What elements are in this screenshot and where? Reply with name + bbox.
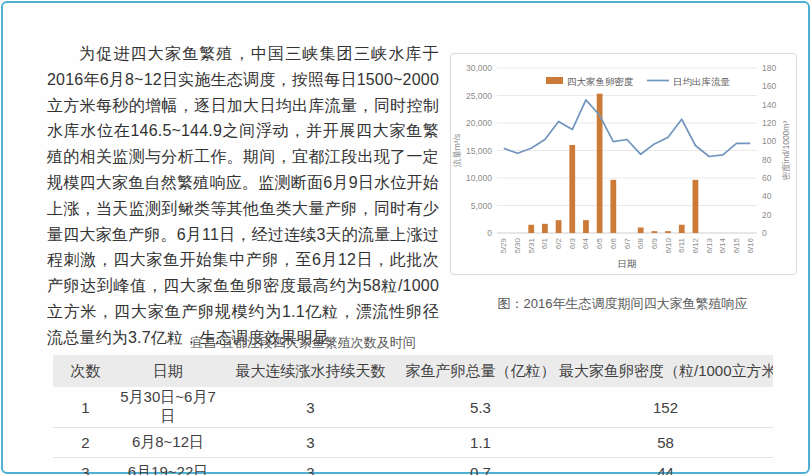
svg-text:6/6: 6/6 — [609, 237, 618, 249]
table-cell: 0.7 — [403, 458, 558, 475]
svg-text:100: 100 — [762, 136, 776, 146]
svg-text:6/9: 6/9 — [650, 237, 659, 249]
svg-text:6/4: 6/4 — [581, 237, 590, 249]
column-header: 日期 — [118, 355, 218, 387]
svg-text:6/13: 6/13 — [705, 237, 714, 253]
svg-text:5,000: 5,000 — [471, 201, 493, 211]
left-axis-title: 流量m³/s — [452, 134, 462, 168]
breeding-table: 次数日期最大连续涨水持续天数家鱼产卵总量（亿粒）最大家鱼卵密度（粒/1000立方… — [53, 355, 773, 475]
chart-gridlines — [497, 68, 757, 233]
svg-text:60: 60 — [762, 173, 772, 183]
report-page: 为促进四大家鱼繁殖，中国三峡集团三峡水库于2016年6月8~12日实施生态调度，… — [1, 1, 810, 474]
table-cell: 3 — [218, 387, 403, 428]
table-header-row: 次数日期最大连续涨水持续天数家鱼产卵总量（亿粒）最大家鱼卵密度（粒/1000立方… — [53, 355, 773, 387]
right-axis-tick-labels: 020406080100120140160180 — [762, 63, 776, 238]
table-row: 15月30日~6月7日35.3152 — [53, 387, 773, 428]
column-header: 最大连续涨水持续天数 — [218, 355, 403, 387]
svg-text:15,000: 15,000 — [466, 146, 492, 156]
line-series-outflow — [504, 100, 750, 157]
svg-text:25,000: 25,000 — [466, 91, 492, 101]
bar-series-egg-density — [528, 94, 698, 233]
legend-bar-label: 四大家鱼卵密度 — [567, 76, 634, 87]
svg-text:5/30: 5/30 — [513, 237, 522, 253]
svg-text:140: 140 — [762, 100, 776, 110]
breeding-response-chart: 05,00010,00015,00020,00025,00030,0000204… — [450, 53, 797, 275]
table-header: 次数日期最大连续涨水持续天数家鱼产卵总量（亿粒）最大家鱼卵密度（粒/1000立方… — [53, 355, 773, 387]
legend-line-label: 日均出库流量 — [673, 76, 731, 87]
svg-text:20: 20 — [762, 210, 772, 220]
svg-text:6/12: 6/12 — [691, 237, 700, 253]
svg-text:80: 80 — [762, 155, 772, 165]
svg-text:120: 120 — [762, 118, 776, 128]
table-cell: 152 — [558, 387, 773, 428]
article-paragraph: 为促进四大家鱼繁殖，中国三峡集团三峡水库于2016年6月8~12日实施生态调度，… — [47, 41, 439, 351]
svg-text:180: 180 — [762, 63, 776, 73]
chart-canvas: 05,00010,00015,00020,00025,00030,0000204… — [451, 54, 796, 274]
svg-text:6/8: 6/8 — [636, 237, 645, 249]
table-cell: 6月19~22日 — [118, 458, 218, 475]
table-cell: 58 — [558, 428, 773, 458]
svg-text:20,000: 20,000 — [466, 118, 492, 128]
svg-text:0: 0 — [762, 228, 767, 238]
svg-text:6/2: 6/2 — [554, 237, 563, 249]
table-cell: 2 — [53, 428, 118, 458]
right-axis-title: 密度ind/1000m³ — [781, 121, 791, 181]
table-cell: 1.1 — [403, 428, 558, 458]
svg-text:5/31: 5/31 — [527, 237, 536, 253]
table-cell: 6月8~12日 — [118, 428, 218, 458]
figure-caption: 图：2016年生态调度期间四大家鱼繁殖响应 — [450, 295, 795, 313]
svg-text:160: 160 — [762, 81, 776, 91]
svg-text:6/14: 6/14 — [718, 237, 727, 253]
table-cell: 3 — [53, 458, 118, 475]
legend-bar-swatch — [546, 77, 563, 84]
svg-text:6/15: 6/15 — [732, 237, 741, 253]
svg-text:6/5: 6/5 — [595, 237, 604, 249]
svg-text:5/29: 5/29 — [499, 237, 508, 253]
table-row: 26月8~12日31.158 — [53, 428, 773, 458]
svg-text:6/16: 6/16 — [746, 237, 755, 253]
svg-text:10,000: 10,000 — [466, 173, 492, 183]
table-cell: 5月30日~6月7日 — [118, 387, 218, 428]
svg-text:6/7: 6/7 — [623, 237, 632, 249]
svg-text:40: 40 — [762, 191, 772, 201]
chart-legend: 四大家鱼卵密度日均出库流量 — [546, 76, 731, 87]
table-cell: 5.3 — [403, 387, 558, 428]
table-cell: 44 — [558, 458, 773, 475]
column-header: 家鱼产卵总量（亿粒） — [403, 355, 558, 387]
svg-text:6/3: 6/3 — [568, 237, 577, 249]
svg-text:6/11: 6/11 — [677, 237, 686, 253]
table-cell: 3 — [218, 458, 403, 475]
left-axis-tick-labels: 05,00010,00015,00020,00025,00030,000 — [466, 63, 492, 238]
svg-text:30,000: 30,000 — [466, 63, 492, 73]
table-cell: 3 — [218, 428, 403, 458]
x-axis-tick-labels: 5/295/305/316/16/26/36/46/56/66/76/86/96… — [499, 237, 754, 253]
column-header: 次数 — [53, 355, 118, 387]
x-axis-title: 日期 — [618, 258, 637, 269]
table-row: 36月19~22日30.744 — [53, 458, 773, 475]
svg-text:6/1: 6/1 — [540, 237, 549, 249]
svg-text:0: 0 — [487, 228, 492, 238]
svg-text:6/10: 6/10 — [664, 237, 673, 253]
column-header: 最大家鱼卵密度（粒/1000立方米） — [558, 355, 773, 387]
table-title: 宜昌-宜都江段四大家鱼繁殖次数及时间 — [53, 334, 553, 352]
table-cell: 1 — [53, 387, 118, 428]
table-body: 15月30日~6月7日35.315226月8~12日31.15836月19~22… — [53, 387, 773, 475]
